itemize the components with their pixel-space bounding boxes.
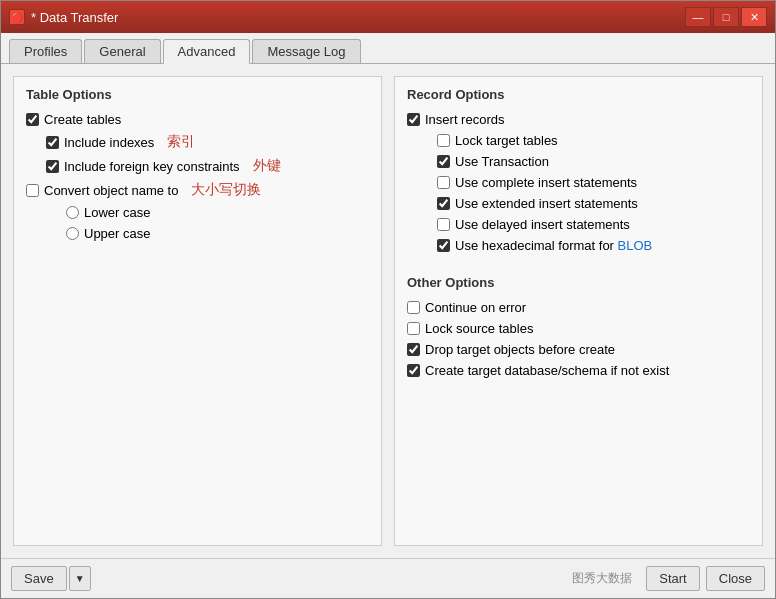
create-target-db-label: Create target database/schema if not exi… xyxy=(425,363,669,378)
drop-target-objects-checkbox[interactable] xyxy=(407,343,420,356)
maximize-button[interactable]: □ xyxy=(713,7,739,27)
record-options-title: Record Options xyxy=(407,87,750,102)
main-window: 🔴 * Data Transfer — □ ✕ Profiles General… xyxy=(0,0,776,599)
app-icon: 🔴 xyxy=(9,9,25,25)
bottom-left-controls: Save ▼ xyxy=(11,566,91,591)
use-complete-insert-label: Use complete insert statements xyxy=(455,175,637,190)
include-indexes-label: Include indexes xyxy=(64,135,154,150)
include-foreign-keys-chinese: 外键 xyxy=(253,157,281,175)
convert-object-name-checkbox[interactable] xyxy=(26,184,39,197)
bottom-right-controls: 图秀大数据 Start Close xyxy=(572,566,765,591)
tab-profiles[interactable]: Profiles xyxy=(9,39,82,63)
continue-on-error-checkbox[interactable] xyxy=(407,301,420,314)
tab-bar: Profiles General Advanced Message Log xyxy=(1,33,775,64)
insert-records-checkbox[interactable] xyxy=(407,113,420,126)
create-target-db-row: Create target database/schema if not exi… xyxy=(407,363,750,378)
include-indexes-row: Include indexes 索引 xyxy=(46,133,369,151)
blob-link: BLOB xyxy=(618,238,653,253)
create-tables-row: Create tables xyxy=(26,112,369,127)
lower-case-row: Lower case xyxy=(66,205,369,220)
drop-target-objects-label: Drop target objects before create xyxy=(425,342,615,357)
tab-content: Table Options Create tables Include inde… xyxy=(1,64,775,558)
use-extended-insert-row: Use extended insert statements xyxy=(437,196,750,211)
other-options-title: Other Options xyxy=(407,275,750,290)
save-button[interactable]: Save xyxy=(11,566,67,591)
lower-case-label: Lower case xyxy=(84,205,150,220)
use-hexadecimal-blob-checkbox[interactable] xyxy=(437,239,450,252)
use-hexadecimal-blob-row: Use hexadecimal format for BLOB xyxy=(437,238,750,253)
insert-records-label: Insert records xyxy=(425,112,504,127)
tab-message-log[interactable]: Message Log xyxy=(252,39,360,63)
create-tables-checkbox[interactable] xyxy=(26,113,39,126)
watermark-text: 图秀大数据 xyxy=(572,570,632,587)
table-options-title: Table Options xyxy=(26,87,369,102)
include-foreign-keys-label: Include foreign key constraints xyxy=(64,159,240,174)
use-complete-insert-row: Use complete insert statements xyxy=(437,175,750,190)
include-foreign-keys-row: Include foreign key constraints 外键 xyxy=(46,157,369,175)
lock-source-tables-label: Lock source tables xyxy=(425,321,533,336)
drop-target-objects-row: Drop target objects before create xyxy=(407,342,750,357)
lock-target-tables-label: Lock target tables xyxy=(455,133,558,148)
title-bar: 🔴 * Data Transfer — □ ✕ xyxy=(1,1,775,33)
save-arrow-button[interactable]: ▼ xyxy=(69,566,91,591)
lock-source-tables-row: Lock source tables xyxy=(407,321,750,336)
upper-case-label: Upper case xyxy=(84,226,150,241)
title-bar-left: 🔴 * Data Transfer xyxy=(9,9,118,25)
tab-advanced[interactable]: Advanced xyxy=(163,39,251,64)
include-foreign-keys-checkbox[interactable] xyxy=(46,160,59,173)
use-extended-insert-checkbox[interactable] xyxy=(437,197,450,210)
record-options-panel: Record Options Insert records Lock targe… xyxy=(394,76,763,546)
lower-case-radio[interactable] xyxy=(66,206,79,219)
table-options-panel: Table Options Create tables Include inde… xyxy=(13,76,382,546)
lock-target-tables-checkbox[interactable] xyxy=(437,134,450,147)
continue-on-error-label: Continue on error xyxy=(425,300,526,315)
include-indexes-chinese: 索引 xyxy=(167,133,195,151)
create-target-db-checkbox[interactable] xyxy=(407,364,420,377)
start-button[interactable]: Start xyxy=(646,566,699,591)
use-complete-insert-checkbox[interactable] xyxy=(437,176,450,189)
minimize-button[interactable]: — xyxy=(685,7,711,27)
use-delayed-insert-label: Use delayed insert statements xyxy=(455,217,630,232)
upper-case-row: Upper case xyxy=(66,226,369,241)
continue-on-error-row: Continue on error xyxy=(407,300,750,315)
use-delayed-insert-checkbox[interactable] xyxy=(437,218,450,231)
use-transaction-label: Use Transaction xyxy=(455,154,549,169)
use-transaction-checkbox[interactable] xyxy=(437,155,450,168)
use-extended-insert-label: Use extended insert statements xyxy=(455,196,638,211)
convert-object-name-label: Convert object name to xyxy=(44,183,178,198)
lock-source-tables-checkbox[interactable] xyxy=(407,322,420,335)
use-delayed-insert-row: Use delayed insert statements xyxy=(437,217,750,232)
include-indexes-checkbox[interactable] xyxy=(46,136,59,149)
bottom-bar: Save ▼ 图秀大数据 Start Close xyxy=(1,558,775,598)
use-transaction-row: Use Transaction xyxy=(437,154,750,169)
close-button[interactable]: Close xyxy=(706,566,765,591)
convert-object-name-row: Convert object name to 大小写切换 xyxy=(26,181,369,199)
convert-object-name-chinese: 大小写切换 xyxy=(191,181,261,199)
title-controls: — □ ✕ xyxy=(685,7,767,27)
upper-case-radio[interactable] xyxy=(66,227,79,240)
window-title: * Data Transfer xyxy=(31,10,118,25)
tab-general[interactable]: General xyxy=(84,39,160,63)
use-hexadecimal-blob-label: Use hexadecimal format for BLOB xyxy=(455,238,652,253)
insert-records-row: Insert records xyxy=(407,112,750,127)
create-tables-label: Create tables xyxy=(44,112,121,127)
lock-target-tables-row: Lock target tables xyxy=(437,133,750,148)
close-window-button[interactable]: ✕ xyxy=(741,7,767,27)
